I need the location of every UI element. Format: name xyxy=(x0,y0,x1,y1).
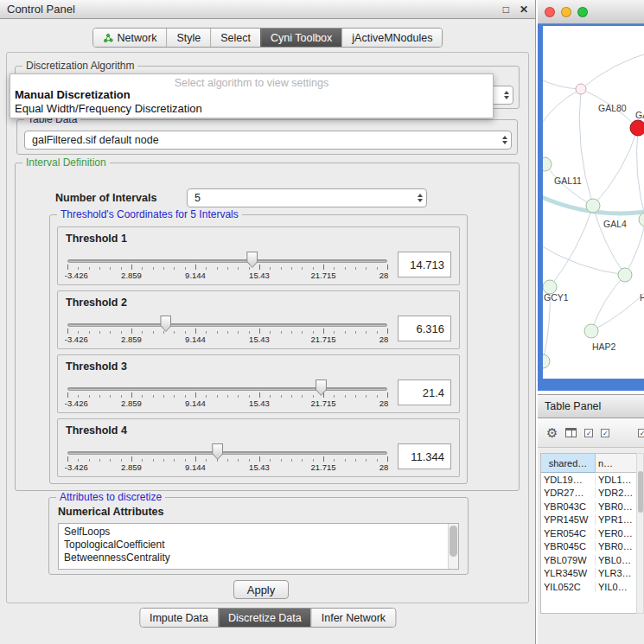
network-node[interactable] xyxy=(576,84,586,94)
list-scrollbar[interactable] xyxy=(448,524,458,569)
network-edge[interactable] xyxy=(579,89,593,206)
checkbox-icon[interactable]: ✓ xyxy=(601,429,609,437)
network-window: GAL80GAGAL11GAL4GCY1HHAP2 xyxy=(538,0,644,391)
network-view-frame: GAL80GAGAL11GAL4GCY1HHAP2 xyxy=(538,24,644,391)
zoom-button[interactable] xyxy=(577,7,588,17)
apply-button[interactable]: Apply xyxy=(233,580,289,599)
checkbox-icon[interactable]: ✓ xyxy=(584,429,593,437)
bottom-tab-infer-network[interactable]: Infer Network xyxy=(311,609,395,627)
tab-label-select: Select xyxy=(220,32,251,44)
network-node[interactable] xyxy=(639,213,644,226)
threshold-4-value[interactable]: 11.344 xyxy=(398,443,451,469)
table-row-yer054c[interactable]: YER054CYER0… xyxy=(541,526,636,540)
slider-track xyxy=(67,323,387,327)
node-label-gal4: GAL4 xyxy=(603,219,627,229)
network-edge[interactable] xyxy=(543,78,581,89)
network-window-titlebar[interactable] xyxy=(538,0,644,24)
column-header-name[interactable]: n… xyxy=(596,454,636,473)
bottom-tab-discretize-data[interactable]: Discretize Data xyxy=(218,609,311,627)
column-header-shared-name[interactable]: shared… xyxy=(541,454,596,473)
settings-icon[interactable]: ⚙ xyxy=(546,426,558,439)
network-edge[interactable] xyxy=(593,128,638,206)
numerical-attributes-label: Numerical Attributes xyxy=(58,506,163,518)
tab-network[interactable]: Network xyxy=(93,29,167,47)
node-label-gal80: GAL80 xyxy=(598,103,627,113)
slider-scale-label: 9.144 xyxy=(185,271,206,280)
network-edge[interactable] xyxy=(550,206,593,287)
table-data-combo[interactable]: galFiltered.sif default node xyxy=(24,131,512,150)
numerical-attributes-list[interactable]: SelfLoopsTopologicalCoefficientBetweenne… xyxy=(58,523,459,570)
checkbox-icon[interactable]: ✓ xyxy=(638,429,644,437)
algorithm-group-label: Discretization Algorithm xyxy=(22,60,137,72)
table-row-ypr145w[interactable]: YPR145WYPR1… xyxy=(541,513,636,527)
table-scrollbar-thumb[interactable] xyxy=(638,471,643,513)
table-data-combo-value: galFiltered.sif default node xyxy=(32,134,159,146)
table-row-yil052c[interactable]: YIL052CYIL0… xyxy=(541,580,636,594)
table-scrollbar[interactable] xyxy=(636,453,644,614)
close-window-icon[interactable]: ✕ xyxy=(520,3,528,16)
tab-style[interactable]: Style xyxy=(166,29,210,47)
table-row-ybr043c[interactable]: YBR043CYBR0… xyxy=(541,500,636,513)
slider-scale-label: 9.144 xyxy=(185,399,206,408)
network-node[interactable] xyxy=(543,354,550,368)
table-body: YDL19…YDL1…YDR27…YDR2…YBR043CYBR0…YPR145… xyxy=(541,473,636,594)
network-edge[interactable] xyxy=(625,220,644,275)
tab-cyni-toolbox[interactable]: Cyni Toolbox xyxy=(260,29,341,47)
dropdown-item-manual-discretization[interactable]: Manual Discretization xyxy=(10,88,493,102)
tab-jactivemnodules[interactable]: jActiveMNodules xyxy=(341,29,442,47)
threshold-2-value[interactable]: 6.316 xyxy=(398,316,451,341)
table-row-ylr345w[interactable]: YLR345WYLR3… xyxy=(541,567,636,581)
threshold-3-value[interactable]: 21.4 xyxy=(398,379,451,405)
slider-scale-label: -3.426 xyxy=(65,271,88,280)
slider-scale: -3.4262.8599.14415.4321.71528 xyxy=(67,462,387,473)
attribute-item-topologicalcoefficient[interactable]: TopologicalCoefficient xyxy=(64,539,446,552)
selected-node[interactable] xyxy=(630,120,644,136)
network-canvas[interactable]: GAL80GAGAL11GAL4GCY1HHAP2 xyxy=(543,26,644,379)
close-button[interactable] xyxy=(545,7,555,17)
network-edge[interactable] xyxy=(543,89,581,130)
table-row-ybl079w[interactable]: YBL079WYBL0… xyxy=(541,553,636,567)
network-node[interactable] xyxy=(618,268,632,282)
threshold-1-slider[interactable]: -3.4262.8599.14415.4321.71528 xyxy=(66,249,389,284)
network-edge[interactable] xyxy=(637,128,644,220)
table-cell: YBL0… xyxy=(596,555,636,565)
table-cell: YPR1… xyxy=(596,514,636,525)
traffic-lights xyxy=(545,7,588,17)
table-row-ydr27[interactable]: YDR27…YDR2… xyxy=(541,487,636,501)
table-row-ydl19[interactable]: YDL19…YDL1… xyxy=(541,473,636,487)
network-edge[interactable] xyxy=(591,285,644,331)
network-edge[interactable] xyxy=(581,52,644,89)
column-selector-icon[interactable] xyxy=(565,428,577,437)
network-edge[interactable] xyxy=(543,244,625,275)
control-panel-window: Control Panel □ ✕ NetworkStyleSelectCyni… xyxy=(0,0,536,644)
attribute-item-selfloops[interactable]: SelfLoops xyxy=(64,526,446,539)
network-edge[interactable] xyxy=(593,206,625,275)
tab-select[interactable]: Select xyxy=(210,29,260,47)
attributes-group-label: Attributes to discretize xyxy=(56,491,165,503)
table-row-ybr045c[interactable]: YBR045CYBR0… xyxy=(541,540,636,554)
slider-ticks xyxy=(67,328,387,334)
threshold-1-value[interactable]: 14.713 xyxy=(398,252,451,277)
minimize-button[interactable] xyxy=(561,7,571,17)
attribute-item-betweennesscentrality[interactable]: BetweennessCentrality xyxy=(64,552,446,564)
list-scrollbar-thumb[interactable] xyxy=(450,526,457,557)
number-of-intervals-combo[interactable]: 5 xyxy=(187,188,427,207)
dropdown-item-equal-width-frequency-discretization[interactable]: Equal Width/Frequency Discretization xyxy=(10,102,493,116)
network-edge[interactable] xyxy=(591,275,625,331)
float-window-icon[interactable]: □ xyxy=(503,3,509,16)
combo-stepper-icon xyxy=(499,136,507,144)
threshold-box-2: Threshold 2-3.4262.8599.14415.4321.71528… xyxy=(57,290,460,349)
threshold-2-slider[interactable]: -3.4262.8599.14415.4321.71528 xyxy=(66,313,389,348)
bottom-tab-impute-data[interactable]: Impute Data xyxy=(140,609,218,627)
algorithm-dropdown: Select algorithm to view settings Manual… xyxy=(10,73,494,118)
table-panel-header[interactable]: Table Panel xyxy=(538,394,644,418)
slider-ticks xyxy=(67,265,387,270)
threshold-4-slider[interactable]: -3.4262.8599.14415.4321.71528 xyxy=(66,441,389,475)
node-label-hap2: HAP2 xyxy=(592,341,616,352)
network-node[interactable] xyxy=(586,199,600,213)
tab-label-network: Network xyxy=(118,32,157,44)
network-node[interactable] xyxy=(584,324,598,338)
threshold-3-slider[interactable]: -3.4262.8599.14415.4321.71528 xyxy=(66,377,389,411)
control-panel-titlebar[interactable]: Control Panel □ ✕ xyxy=(0,0,535,19)
network-node[interactable] xyxy=(543,157,552,171)
